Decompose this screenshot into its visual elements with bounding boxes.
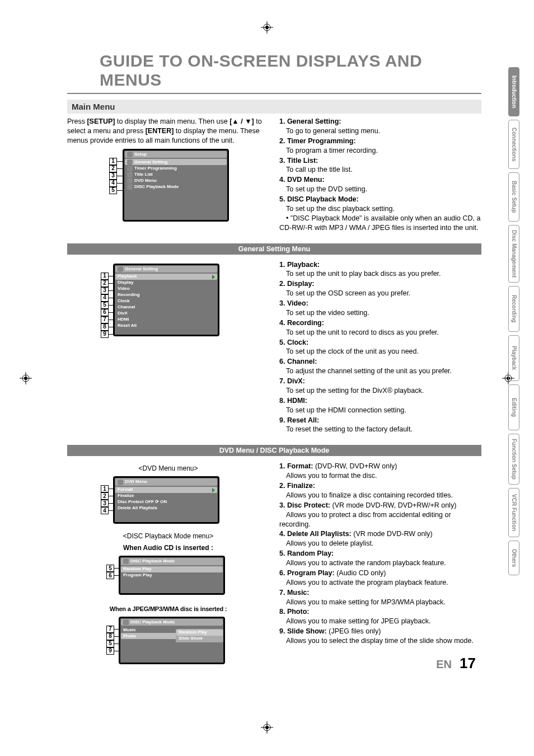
callout-setup: 1 2 3 4 5 bbox=[109, 158, 123, 194]
callout-num: 3 bbox=[101, 287, 109, 294]
subheader-general-setting: General Setting Menu bbox=[67, 243, 481, 255]
callout-dvd: 1 2 3 4 bbox=[101, 485, 113, 514]
osd-setup: Setup General Setting Timer Programming … bbox=[123, 149, 229, 222]
tab-basic-setup[interactable]: Basic Setup bbox=[508, 172, 519, 222]
callout-num: 2 bbox=[101, 492, 109, 500]
callout-num: 5 bbox=[106, 565, 114, 572]
callout-num: 9 bbox=[106, 647, 114, 655]
callout-num: 1 bbox=[101, 485, 109, 492]
callout-num: 4 bbox=[101, 294, 109, 302]
callout-num: 2 bbox=[101, 280, 109, 287]
tab-recording[interactable]: Recording bbox=[508, 286, 519, 332]
tab-disc-management[interactable]: Disc Management bbox=[508, 225, 519, 283]
tab-connections[interactable]: Connections bbox=[508, 120, 519, 169]
section-header-main-menu: Main Menu bbox=[67, 100, 481, 114]
callout-num: 7 bbox=[101, 316, 109, 323]
callout-num: 6 bbox=[101, 309, 109, 316]
disc-playback-caption: <DISC Playback Mode menu> bbox=[67, 532, 269, 541]
subheader-dvd: DVD Menu / DISC Playback Mode bbox=[67, 445, 481, 456]
svg-point-7 bbox=[265, 726, 269, 729]
svg-point-3 bbox=[265, 26, 269, 29]
chevron-right-icon bbox=[212, 488, 215, 492]
page-number: EN 17 bbox=[436, 655, 476, 672]
registration-mark-icon bbox=[261, 721, 273, 734]
callout-general: 1 2 3 4 5 6 7 8 9 bbox=[101, 273, 113, 338]
setup-button-label: [SETUP] bbox=[87, 118, 115, 125]
tab-editing[interactable]: Editing bbox=[508, 384, 519, 430]
osd-submenu: Random Play Slide Show bbox=[176, 629, 223, 642]
general-setting-descriptions: 1. Playback:To set up the unit to play b… bbox=[279, 260, 481, 435]
chevron-right-icon bbox=[212, 275, 215, 279]
registration-mark-icon bbox=[20, 372, 32, 384]
callout-num: 8 bbox=[101, 323, 109, 331]
callout-num: 5 bbox=[109, 187, 117, 194]
callout-audio: 5 6 bbox=[106, 565, 119, 579]
menu-row-icon bbox=[127, 172, 133, 177]
callout-num: 4 bbox=[101, 507, 109, 514]
osd-general: General Setting Playback Display Video R… bbox=[113, 264, 219, 336]
osd-disc-playback-jpeg: DISC Playback Mode Music Photo Random Pl… bbox=[119, 617, 225, 664]
registration-mark-icon bbox=[261, 21, 273, 34]
callout-num: 9 bbox=[101, 331, 109, 338]
callout-num: 5 bbox=[106, 640, 114, 647]
tab-others[interactable]: Others bbox=[508, 541, 519, 575]
jpeg-caption: When a JPEG/MP3/WMA disc is inserted : bbox=[67, 605, 269, 613]
callout-num: 3 bbox=[101, 500, 109, 507]
callout-num: 1 bbox=[109, 158, 117, 165]
callout-num: 3 bbox=[109, 172, 117, 180]
dvd-descriptions: 1. Format: (DVD-RW, DVD+RW only)Allows y… bbox=[279, 462, 481, 646]
callout-num: 8 bbox=[106, 633, 114, 640]
tab-introduction[interactable]: Introduction bbox=[508, 67, 519, 116]
callout-jpeg: 7 8 5 9 bbox=[106, 626, 119, 655]
disc-icon bbox=[123, 558, 129, 564]
settings-icon bbox=[118, 266, 123, 272]
callout-num: 5 bbox=[101, 302, 109, 309]
dvd-menu-caption: <DVD Menu menu> bbox=[67, 464, 269, 473]
osd-disc-playback-audio: DISC Playback Mode Random Play Program P… bbox=[119, 556, 225, 595]
tab-function-setup[interactable]: Function Setup bbox=[508, 434, 519, 485]
side-tabs: Introduction Connections Basic Setup Dis… bbox=[497, 67, 534, 575]
callout-num: 2 bbox=[109, 165, 117, 172]
menu-row-icon bbox=[127, 184, 133, 190]
callout-num: 7 bbox=[106, 626, 114, 633]
tab-playback[interactable]: Playback bbox=[508, 335, 519, 381]
intro-paragraph: Press [SETUP] to display the main menu. … bbox=[67, 117, 269, 145]
tab-vcr-function[interactable]: VCR Function bbox=[508, 488, 519, 537]
setup-icon bbox=[127, 152, 133, 157]
menu-row-icon bbox=[127, 178, 133, 184]
page-title: GUIDE TO ON-SCREEN DISPLAYS AND MENUS bbox=[67, 49, 481, 94]
callout-num: 6 bbox=[106, 572, 114, 579]
main-menu-descriptions: 1. General Setting:To go to general sett… bbox=[279, 117, 481, 233]
osd-dvd-menu: DVD Menu Format Finalize Disc Protect OF… bbox=[113, 476, 219, 524]
callout-num: 4 bbox=[109, 180, 117, 187]
enter-button-label: [ENTER] bbox=[146, 127, 174, 135]
menu-row-icon bbox=[127, 166, 133, 171]
updown-keys: [▲ / ▼] bbox=[229, 118, 254, 125]
dvd-icon bbox=[118, 480, 123, 485]
menu-row-icon bbox=[127, 159, 133, 165]
audio-cd-caption: When Audio CD is inserted : bbox=[67, 543, 269, 552]
svg-point-11 bbox=[24, 377, 27, 380]
disc-icon bbox=[123, 619, 129, 625]
callout-num: 1 bbox=[101, 273, 109, 280]
